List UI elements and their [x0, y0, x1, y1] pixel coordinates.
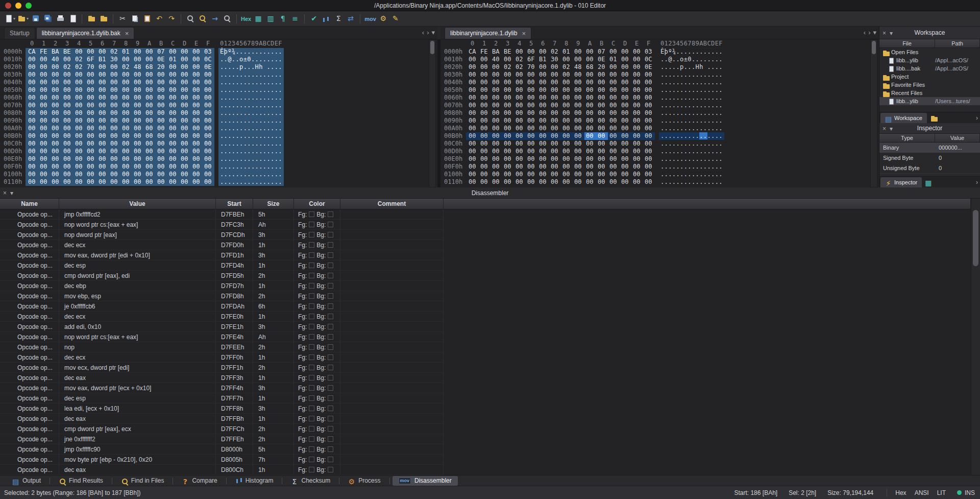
tab-libbinaryninjacore-1-dylib[interactable]: libbinaryninjacore.1.dylib× — [445, 27, 531, 39]
panel-collapse-button[interactable]: ▾ — [10, 189, 13, 197]
redo-button[interactable] — [165, 13, 178, 25]
disassemble-button[interactable]: mov — [363, 13, 377, 25]
print-preview-button[interactable] — [66, 13, 79, 25]
record-indicator-icon[interactable] — [957, 490, 962, 495]
table-row[interactable]: Opcode op...add edi, 0x10D7FE1h3hFg:Bg: — [0, 322, 444, 332]
scrollbar-right-pane[interactable] — [870, 39, 877, 187]
tab-startup[interactable]: Startup — [4, 27, 35, 39]
hex-row[interactable]: 00F0h00000000000000000000000000000000...… — [440, 163, 879, 171]
hex-row[interactable]: 00A0h00000000000000000000000000000000...… — [0, 125, 437, 132]
find-in-files-button[interactable] — [221, 13, 233, 25]
panel-tab-find-in-files[interactable]: Find in Files — [115, 476, 170, 486]
table-row[interactable]: Opcode op...mov ebp, espD7FD8h2hFg:Bg: — [0, 291, 444, 301]
workspace-file-row[interactable]: libb...ylib/Appl...acOS/ — [879, 56, 980, 64]
hex-row[interactable]: 0070h00000000000000000000000000000000...… — [440, 102, 879, 109]
scrollbar-thumb[interactable] — [430, 41, 434, 54]
panel-tab-disassembler[interactable]: movDisassembler — [393, 476, 458, 486]
hex-row[interactable]: 0020h0000000202700000024868200000000E...… — [0, 63, 437, 71]
next-tab-button[interactable]: › — [427, 29, 429, 36]
table-row[interactable]: Opcode op...mov ecx, dword ptr [edi]D7FF… — [0, 363, 444, 373]
scrollbar-thumb[interactable] — [872, 41, 876, 54]
hex-row[interactable]: 00B0h00000000000000000000000000000000...… — [440, 132, 879, 140]
scrollbar-left-pane[interactable] — [429, 39, 436, 187]
hex-row[interactable]: 00A0h00000000000000000000000000000000...… — [440, 125, 879, 132]
split-view-button[interactable] — [252, 13, 264, 25]
hex-editor-left[interactable]: 0123456789ABCDEF0123456789ABCDEF0000hCAF… — [0, 39, 437, 187]
save-button[interactable] — [30, 13, 42, 25]
paste-button[interactable] — [141, 13, 153, 25]
ruler-button[interactable] — [289, 13, 301, 25]
table-row[interactable]: Opcode op...dec espD7FD4h1hFg:Bg: — [0, 260, 444, 271]
endian-indicator[interactable]: LIT — [937, 489, 946, 496]
validate-button[interactable] — [308, 13, 320, 25]
run-template-button[interactable] — [377, 13, 389, 25]
hex-row[interactable]: 0010h00004000026FB1300000000E0100000C..@… — [0, 56, 437, 63]
workspace-folder-row[interactable]: Recent Files — [879, 89, 980, 97]
find-button[interactable] — [184, 13, 197, 25]
hex-row[interactable]: 0030h00000000000000000000000000000000...… — [0, 71, 437, 79]
new-file-button[interactable]: ▾ — [3, 13, 16, 25]
workspace-folder-row[interactable]: Project — [879, 73, 980, 81]
table-row[interactable]: Opcode op...nop word ptr cs:[eax + eax]D… — [0, 332, 444, 342]
inspector-tab[interactable]: Inspector — [880, 177, 922, 187]
bottom-panel-scrollbar[interactable] — [971, 199, 980, 475]
linked-view-button[interactable] — [264, 13, 277, 25]
table-row[interactable]: Opcode op...dec eaxD800Ch1hFg:Bg: — [0, 465, 444, 475]
column-header-value[interactable]: Value — [59, 199, 216, 209]
hex-row[interactable]: 00D0h00000000000000000000000000000000...… — [440, 148, 879, 155]
hex-row[interactable]: 0040h00000000000000000000000000000000...… — [0, 79, 437, 86]
table-row[interactable]: Opcode op...mov byte ptr [ebp - 0x210], … — [0, 455, 444, 465]
show-whitespace-button[interactable] — [277, 13, 289, 25]
inspector-close-button[interactable]: × — [883, 125, 886, 132]
value-column-header[interactable]: Value — [935, 134, 980, 142]
panel-tab-histogram[interactable]: Histogram — [229, 476, 280, 486]
panel-tab-process[interactable]: Process — [342, 476, 386, 486]
hex-editor-right[interactable]: 0123456789ABCDEF0123456789ABCDEF0000hCAF… — [440, 39, 879, 187]
column-header-color[interactable]: Color — [294, 199, 340, 209]
favorite-files-button[interactable] — [97, 13, 110, 25]
tab-libbinaryninjacore-1-dylib-bak[interactable]: libbinaryninjacore.1.dylib.bak× — [36, 27, 135, 39]
inspector-row[interactable]: Unsigned Byte0 — [879, 163, 980, 173]
copy-button[interactable] — [129, 13, 141, 25]
compare-button[interactable] — [345, 13, 357, 25]
print-button[interactable] — [54, 13, 66, 25]
table-row[interactable]: Opcode op...lea edi, [ecx + 0x10]D7FF8h3… — [0, 403, 444, 414]
view-mode-indicator[interactable]: Hex — [895, 489, 906, 496]
column-header-start[interactable]: Start — [216, 199, 253, 209]
hex-row[interactable]: 0080h00000000000000000000000000000000...… — [440, 109, 879, 117]
hex-row[interactable]: 00E0h00000000000000000000000000000000...… — [440, 155, 879, 163]
hex-row[interactable]: 0030h00000000000000000000000000000000...… — [440, 71, 879, 79]
panel-tab-checksum[interactable]: Checksum — [285, 476, 336, 486]
inspector-grid-button[interactable] — [925, 179, 932, 185]
table-row[interactable]: Opcode op...dec espD7FF7h1hFg:Bg: — [0, 393, 444, 403]
workspace-tab[interactable]: Workspace — [880, 113, 927, 123]
undo-button[interactable] — [153, 13, 165, 25]
table-row[interactable]: Opcode op...nop word ptr cs:[eax + eax]D… — [0, 220, 444, 230]
panel-tab-compare[interactable]: Compare — [176, 476, 223, 486]
table-row[interactable]: Opcode op...nopD7FEEh2hFg:Bg: — [0, 342, 444, 352]
hex-row[interactable]: 00B0h00000000000000000000000000000000...… — [0, 132, 437, 140]
workspace-collapse-button[interactable]: ▾ — [890, 30, 893, 37]
type-column-header[interactable]: Type — [879, 134, 935, 142]
workspace-folder-row[interactable]: Open Files — [879, 48, 980, 56]
hex-row[interactable]: 0000hCAFEBABE000000020100000700000003Êþº… — [0, 48, 437, 56]
hex-row[interactable]: 00F0h00000000000000000000000000000000...… — [0, 163, 437, 171]
hex-row[interactable]: 0110h00000000000000000000000000000000...… — [0, 178, 437, 186]
column-header-size[interactable]: Size — [253, 199, 294, 209]
hex-row[interactable]: 00C0h00000000000000000000000000000000...… — [0, 140, 437, 148]
tab-list-button[interactable]: ▾ — [873, 29, 876, 36]
column-header-comment[interactable]: Comment — [340, 199, 444, 209]
workspace-folder-row[interactable]: Favorite Files — [879, 81, 980, 89]
hex-row[interactable]: 0060h00000000000000000000000000000000...… — [440, 94, 879, 102]
hex-view-button[interactable]: Hex — [240, 13, 252, 25]
hex-row[interactable]: 0110h00000000000000000000000000000000...… — [440, 178, 879, 186]
open-folder-button[interactable] — [85, 13, 97, 25]
hex-row[interactable]: 0100h00000000000000000000000000000000...… — [0, 171, 437, 178]
inspector-collapse-button[interactable]: ▾ — [890, 125, 893, 132]
workspace-close-button[interactable]: × — [883, 30, 886, 37]
hex-row[interactable]: 0040h00000000000000000000000000000000...… — [440, 79, 879, 86]
next-tab-button[interactable]: › — [868, 29, 870, 36]
inspector-row[interactable]: Binary000000... — [879, 142, 980, 153]
column-header-name[interactable]: Name — [0, 199, 59, 209]
table-row[interactable]: Opcode op...jmp 0xfffffcd2D7FBEh5hFg:Bg: — [0, 209, 444, 220]
